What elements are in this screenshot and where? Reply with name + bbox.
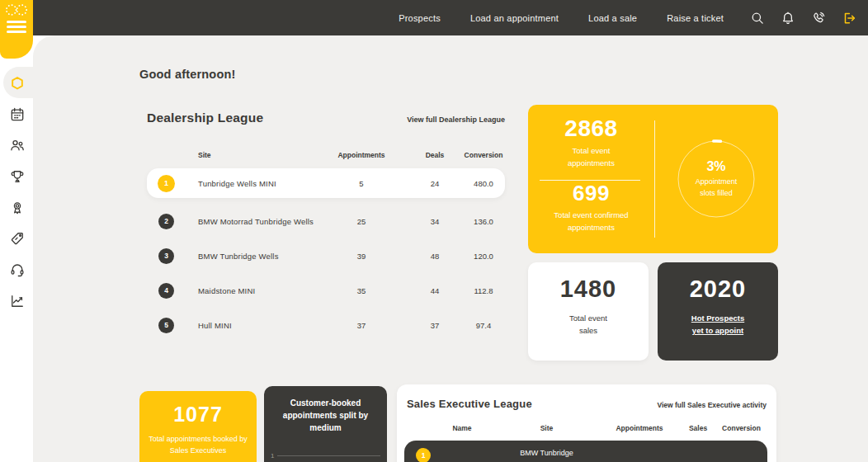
nav-link-raise-ticket[interactable]: Raise a ticket <box>667 13 724 23</box>
column-header-site: Site <box>495 424 598 432</box>
appointments-value: 35 <box>315 286 408 295</box>
table-row[interactable]: 1 Tunbridge Wells MINI 5 24 480.0 <box>147 168 505 198</box>
top-navbar: Prospects Load an appointment Load a sal… <box>0 0 868 35</box>
dealership-league-section: Dealership League View full Dealership L… <box>147 111 505 342</box>
hot-prospects-link[interactable]: Hot Prospects yet to appoint <box>658 312 778 337</box>
conversion-value: 136.0 <box>462 217 505 226</box>
nav-link-load-sale[interactable]: Load a sale <box>588 13 637 23</box>
dealership-league-column-headers: Site Appointments Deals Conversion <box>147 151 505 159</box>
total-event-sales-label: Total event sales <box>528 312 649 337</box>
search-icon[interactable] <box>747 7 768 29</box>
site-name: BMW Tunbridge <box>495 441 598 460</box>
menu-hamburger-icon[interactable] <box>7 21 26 33</box>
deals-value: 37 <box>408 321 462 330</box>
booking-medium-card: Customer-booked appointments split by me… <box>264 386 387 462</box>
hot-prospects-value: 2020 <box>658 276 778 303</box>
column-header-sales: Sales <box>681 424 715 432</box>
table-row[interactable]: 3 BMW Tunbridge Wells 39 48 120.0 <box>147 238 505 273</box>
chart-tick-label: 1 <box>271 452 274 460</box>
dealership-league-title: Dealership League <box>147 111 263 125</box>
rank-badge: 1 <box>158 175 175 192</box>
rank-badge: 5 <box>158 318 174 333</box>
event-stats-card: 2868 Total event appointments 699 Total … <box>528 105 778 253</box>
conversion-value: 97.4 <box>462 321 505 330</box>
total-event-sales-card: 1480 Total event sales <box>528 262 649 361</box>
sidebar-item-dashboard[interactable] <box>8 74 26 92</box>
hot-prospects-card: 2020 Hot Prospects yet to appoint <box>658 262 778 361</box>
column-header-deals: Deals <box>408 151 462 159</box>
slots-filled-donut-chart: 3% Appointment slots filled <box>675 138 757 220</box>
sidebar-item-customers[interactable] <box>8 136 26 153</box>
divider <box>654 120 655 238</box>
sales-executive-column-headers: Name Site Appointments Sales Conversion <box>404 424 767 432</box>
table-row[interactable]: 5 Hull MINI 37 37 97.4 <box>147 308 505 342</box>
total-event-sales-value: 1480 <box>528 276 649 303</box>
appointments-booked-label: Total appointments booked by Sales Execu… <box>139 433 257 457</box>
sidebar-item-trophy-league[interactable] <box>8 167 26 185</box>
slots-filled-label: Appointment slots filled <box>675 177 757 199</box>
column-header-appointments: Appointments <box>315 151 408 159</box>
rank-badge: 4 <box>158 283 174 299</box>
table-row[interactable]: 2 BMW Motorrad Tunbridge Wells 25 34 136… <box>147 204 505 238</box>
nav-link-prospects[interactable]: Prospects <box>399 13 441 23</box>
nav-icons <box>747 7 860 29</box>
appointments-booked-card: 1077 Total appointments booked by Sales … <box>139 391 257 462</box>
rank-badge: 3 <box>158 248 174 264</box>
infinity-logo-icon <box>2 2 31 21</box>
site-name: Hull MINI <box>185 321 315 330</box>
deals-value: 48 <box>408 252 462 261</box>
appointments-booked-value: 1077 <box>139 403 257 427</box>
total-event-appointments-label: Total event appointments <box>528 145 654 169</box>
rank-badge: 2 <box>158 214 174 229</box>
appointments-value: 37 <box>315 321 408 330</box>
total-event-confirmed-value: 699 <box>528 181 654 206</box>
divider <box>540 180 640 181</box>
appointments-value: 25 <box>315 217 408 226</box>
sales-executive-league-section: Sales Executive League View full Sales E… <box>397 384 776 462</box>
site-name: BMW Tunbridge Wells <box>185 252 315 261</box>
sidebar <box>0 35 33 462</box>
deals-value: 34 <box>408 217 462 226</box>
sidebar-item-awards[interactable] <box>8 199 26 216</box>
nav-links: Prospects Load an appointment Load a sal… <box>399 13 724 23</box>
site-name: BMW Motorrad Tunbridge Wells <box>185 217 315 226</box>
view-full-sales-executive-link[interactable]: View full Sales Executive activity <box>657 401 767 410</box>
deals-value: 24 <box>408 179 462 188</box>
phone-call-icon[interactable] <box>808 7 829 29</box>
nav-link-load-appointment[interactable]: Load an appointment <box>470 13 559 23</box>
site-name: Maidstone MINI <box>185 286 315 295</box>
view-full-dealership-league-link[interactable]: View full Dealership League <box>407 116 505 125</box>
total-event-appointments-value: 2868 <box>528 116 654 142</box>
sidebar-item-reports-chart[interactable] <box>8 292 26 309</box>
column-header-conversion: Conversion <box>715 424 767 432</box>
table-row[interactable]: 1 BMW Tunbridge <box>404 441 767 462</box>
total-event-confirmed-label: Total event confirmed appointments <box>528 210 654 233</box>
deals-value: 44 <box>408 286 462 295</box>
sidebar-item-support-headset[interactable] <box>8 261 26 278</box>
booking-medium-title: Customer-booked appointments split by me… <box>264 386 387 434</box>
bell-icon[interactable] <box>777 7 799 29</box>
conversion-value: 112.8 <box>462 286 505 295</box>
brand-ribbon <box>0 0 33 59</box>
column-header-name: Name <box>429 424 495 432</box>
rank-badge: 1 <box>416 448 431 462</box>
greeting-text: Good afternoon! <box>139 68 236 81</box>
sales-executive-league-title: Sales Executive League <box>407 398 532 410</box>
column-header-conversion: Conversion <box>462 151 505 159</box>
slots-filled-percent: 3% <box>706 159 725 174</box>
sidebar-item-calendar[interactable] <box>8 106 26 123</box>
conversion-value: 480.0 <box>462 179 505 188</box>
chart-gridline <box>277 455 380 456</box>
table-row[interactable]: 4 Maidstone MINI 35 44 112.8 <box>147 273 505 308</box>
sidebar-item-offers-tag[interactable] <box>8 229 26 247</box>
column-header-site: Site <box>185 151 315 159</box>
booking-medium-chart: 1 <box>271 452 380 460</box>
column-header-appointments: Appointments <box>598 424 681 432</box>
appointments-value: 5 <box>315 179 408 188</box>
conversion-value: 120.0 <box>462 252 505 261</box>
appointments-value: 39 <box>315 252 408 261</box>
logout-icon[interactable] <box>838 7 860 29</box>
site-name: Tunbridge Wells MINI <box>185 179 315 188</box>
